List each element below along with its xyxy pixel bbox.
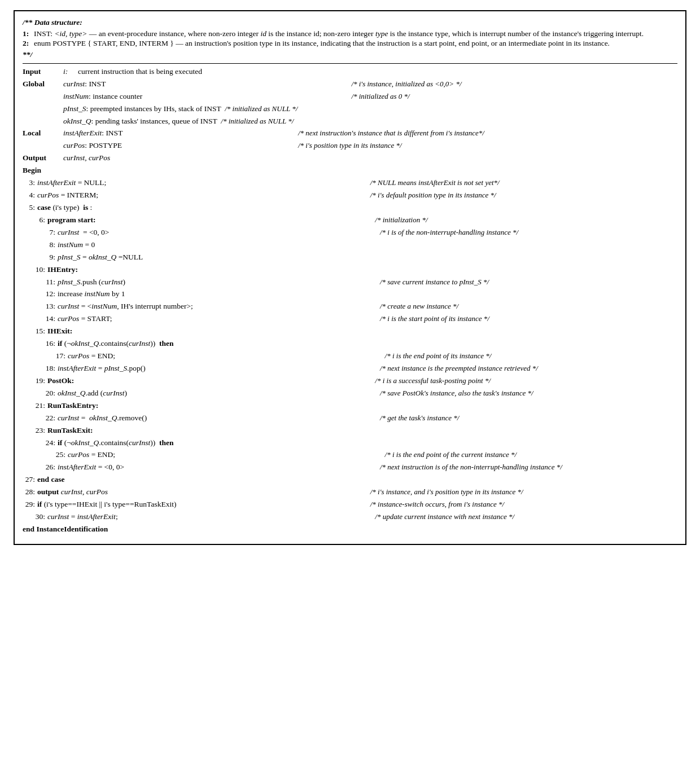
local-curPos-line: Local curPos: POSTYPE /* i's position ty… (23, 140, 677, 152)
line-4: 4: curPos = INTERM; /* i's default posit… (23, 190, 677, 201)
line-27: 27: end case (23, 474, 677, 486)
line-30: 30: curInst = instAfterExit; /* update c… (23, 511, 677, 523)
line-25: 25: curPos = END; /* i is the end point … (23, 449, 677, 461)
global-curInst-line: Global curInst: INST /* i's instance, in… (23, 78, 677, 90)
line-17: 17: curPos = END; /* i is the end point … (23, 350, 677, 362)
input-line: Input i: current instruction that is bei… (23, 66, 677, 78)
header-comment-end: **/ (23, 49, 677, 61)
line-15: 15: IHExit: (23, 326, 677, 337)
line-22: 22: curInst = okInst_Q.remove() /* get t… (23, 412, 677, 424)
line-24: 24: if (¬okInst_Q.contains(curInst)) the… (23, 437, 677, 449)
line-9: 9: pInst_S = okInst_Q =NULL (23, 252, 677, 263)
line-20: 20: okInst_Q.add (curInst) /* save PostO… (23, 388, 677, 399)
line-19: 19: PostOk: /* i is a successful task-po… (23, 375, 677, 387)
line-3: 3: instAfterExit = NULL; /* NULL means i… (23, 177, 677, 189)
line-16: 16: if (¬okInst_Q.contains(curInst)) the… (23, 338, 677, 350)
line-11: 11: pInst_S.push (curInst) /* save curre… (23, 276, 677, 288)
line-29: 29: if (i's type==IHExit || i's type==Ru… (23, 499, 677, 511)
line-7: 7: curInst = <0, 0> /* i is of the non-i… (23, 227, 677, 239)
line-6: 6: program start: /* initialization */ (23, 214, 677, 226)
end-label: end InstanceIdentification (23, 524, 677, 535)
local-instAfterExit-line: Local instAfterExit: INST /* next instru… (23, 128, 677, 139)
algorithm-box: /** Data structure: 1: INST: <id, type> … (14, 10, 686, 545)
line-12: 12: increase instNum by 1 (23, 288, 677, 300)
global-instNum-line: Global instNum: instance counter /* init… (23, 91, 677, 103)
ds-item-1: 1: INST: <id, type> — an event-procedure… (23, 29, 677, 38)
begin-label: Begin (23, 165, 677, 177)
line-26: 26: instAfterExit = <0, 0> /* next instr… (23, 462, 677, 473)
output-line: Output curInst, curPos (23, 152, 677, 164)
global-okInst-line: Global okInst_Q: pending tasks' instance… (23, 116, 677, 128)
line-10: 10: IHEntry: (23, 264, 677, 276)
global-pInst-line: Global pInst_S: preempted instances by I… (23, 103, 677, 115)
line-28: 28: output curInst, curPos /* i's instan… (23, 486, 677, 498)
line-18: 18: instAfterExit = pInst_S.pop() /* nex… (23, 363, 677, 375)
line-14: 14: curPos = START; /* i is the start po… (23, 313, 677, 325)
line-21: 21: RunTaskEntry: (23, 400, 677, 412)
header-comment: /** Data structure: (23, 17, 677, 29)
line-8: 8: instNum = 0 (23, 239, 677, 251)
line-23: 23: RunTaskExit: (23, 425, 677, 437)
ds-item-2: 2: enum POSTYPE { START, END, INTERM } —… (23, 39, 677, 48)
line-5: 5: case (i's type) is : (23, 202, 677, 214)
line-13: 13: curInst = <instNum, IH's interrupt n… (23, 301, 677, 313)
